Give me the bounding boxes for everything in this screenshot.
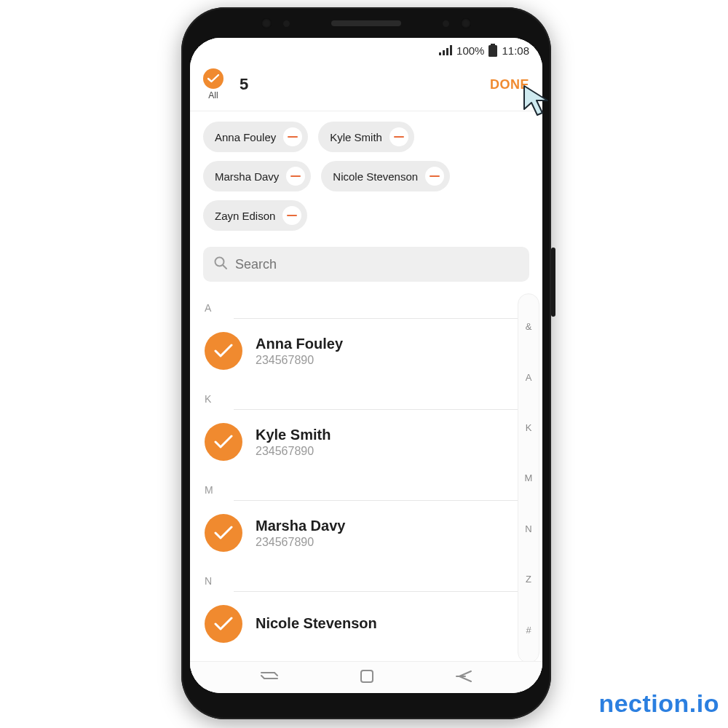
contact-row[interactable]: Nicole Stevenson [190, 595, 542, 653]
app-header: All 5 DONE [190, 63, 542, 111]
contact-list[interactable]: A Anna Fouley 234567890 K [190, 289, 542, 673]
svg-rect-8 [361, 670, 373, 682]
section-header: M [190, 471, 542, 500]
index-letter[interactable]: K [526, 422, 532, 433]
sensor [461, 18, 471, 28]
chip: Kyle Smith [318, 122, 414, 152]
chip: Marsha Davy [203, 161, 311, 191]
watermark: nection.io [598, 689, 719, 718]
chip: Anna Fouley [203, 122, 308, 152]
back-button[interactable] [455, 670, 472, 686]
contact-name: Anna Fouley [256, 336, 343, 352]
section-header: A [190, 289, 542, 318]
divider [234, 409, 528, 410]
side-button [551, 248, 555, 317]
section-header: N [190, 562, 542, 591]
status-bar: 100% 11:08 [190, 38, 542, 63]
contact-row[interactable]: Kyle Smith 234567890 [190, 413, 542, 471]
chip-label: Kyle Smith [330, 131, 382, 143]
divider [234, 318, 528, 319]
select-all-button[interactable]: All [203, 68, 223, 100]
earpiece [331, 20, 401, 26]
index-letter[interactable]: & [526, 321, 532, 332]
contact-name: Nicole Stevenson [256, 615, 377, 632]
chip: Zayn Edison [203, 200, 307, 231]
contact-row[interactable]: Marsha Davy 234567890 [190, 504, 542, 562]
selected-check-icon [205, 423, 242, 461]
sensor [261, 18, 272, 28]
contact-number: 234567890 [256, 536, 345, 549]
chip-label: Nicole Stevenson [333, 170, 418, 183]
contact-number: 234567890 [256, 445, 331, 458]
svg-rect-1 [443, 50, 445, 55]
minus-icon [288, 136, 298, 138]
divider [234, 591, 528, 592]
contact-name: Kyle Smith [256, 427, 331, 443]
index-letter[interactable]: N [525, 523, 531, 534]
contact-number: 234567890 [256, 354, 343, 367]
minus-icon [394, 136, 404, 138]
section-header: K [190, 380, 542, 409]
screen: 100% 11:08 All 5 [190, 38, 542, 693]
index-letter[interactable]: M [525, 472, 533, 483]
recent-apps-button[interactable] [260, 670, 279, 686]
select-all-label: All [208, 90, 218, 100]
alphabet-index[interactable]: & A K M N Z # [518, 293, 539, 663]
remove-chip-button[interactable] [389, 127, 408, 146]
selected-count: 5 [240, 75, 248, 94]
android-navbar [190, 661, 542, 693]
svg-point-6 [215, 258, 224, 266]
search-container [190, 235, 542, 289]
svg-rect-2 [446, 48, 448, 55]
selected-check-icon [205, 514, 242, 552]
battery-percent: 100% [456, 44, 484, 57]
contact-name: Marsha Davy [256, 518, 345, 534]
svg-rect-4 [491, 44, 495, 45]
minus-icon [287, 215, 297, 216]
svg-line-7 [223, 266, 227, 269]
selected-chips: Anna Fouley Kyle Smith Marsha Davy Nicol… [190, 111, 542, 235]
search-icon [213, 256, 228, 273]
contact-row[interactable]: Anna Fouley 234567890 [190, 322, 542, 380]
sensor [283, 20, 290, 27]
chip: Nicole Stevenson [321, 161, 450, 191]
sensor [443, 20, 449, 27]
battery-icon [488, 44, 497, 57]
clock: 11:08 [502, 44, 529, 57]
index-letter[interactable]: A [526, 372, 532, 383]
remove-chip-button[interactable] [286, 167, 305, 186]
chip-label: Anna Fouley [215, 131, 276, 143]
chip-label: Zayn Edison [215, 210, 275, 222]
minus-icon [290, 175, 301, 177]
home-button[interactable] [360, 669, 374, 687]
signal-icon [439, 45, 452, 55]
search-field[interactable] [203, 247, 529, 282]
remove-chip-button[interactable] [425, 167, 444, 186]
remove-chip-button[interactable] [282, 206, 301, 225]
index-letter[interactable]: Z [526, 574, 531, 585]
divider [234, 500, 528, 501]
svg-rect-3 [450, 45, 452, 55]
selected-check-icon [205, 605, 242, 643]
svg-rect-5 [488, 45, 497, 57]
check-icon [203, 68, 223, 89]
chip-label: Marsha Davy [215, 170, 279, 183]
minus-icon [430, 175, 440, 177]
svg-rect-0 [439, 52, 441, 55]
search-input[interactable] [235, 257, 519, 272]
done-button[interactable]: DONE [490, 77, 529, 92]
remove-chip-button[interactable] [283, 127, 302, 146]
index-letter[interactable]: # [526, 625, 531, 636]
selected-check-icon [205, 332, 242, 370]
phone-frame: 100% 11:08 All 5 [181, 7, 551, 719]
